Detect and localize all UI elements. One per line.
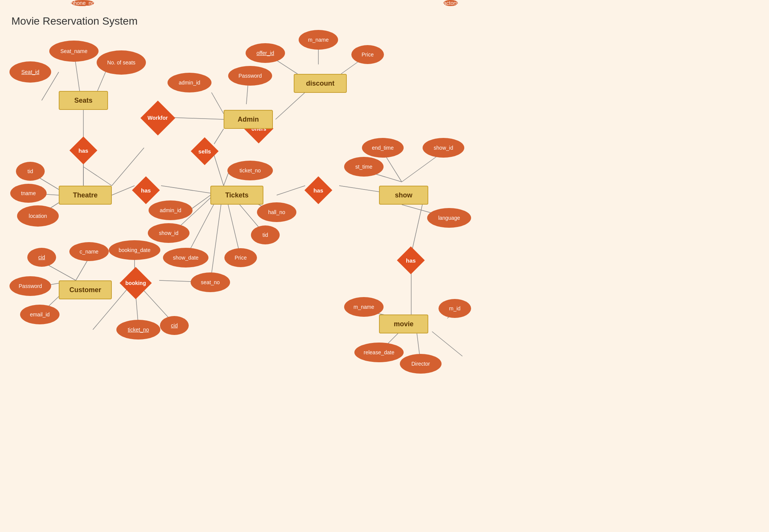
attr-m-name1: m_name [299, 30, 338, 50]
attr-director: Director [400, 354, 442, 374]
attr-cid1: cid [27, 248, 56, 267]
svg-line-11 [211, 92, 224, 114]
attr-booking-date: booking_date [109, 240, 160, 260]
svg-line-22 [83, 167, 112, 186]
attr-password1: Password [228, 66, 272, 86]
relation-has2: has [132, 176, 160, 204]
attr-admin-id1: admin_id [168, 73, 211, 92]
svg-line-31 [277, 186, 305, 195]
attr-tid: tid [16, 162, 45, 181]
entity-movie: movie [379, 315, 428, 333]
attr-admin-id2: admin_id [149, 200, 193, 220]
attr-c-name: c_name [69, 242, 109, 261]
attr-show-id2: show_id [423, 138, 464, 158]
svg-line-45 [76, 258, 89, 280]
attr-location: location [17, 205, 59, 227]
relation-has3: has [304, 176, 332, 204]
entity-theatre: Theatre [59, 186, 112, 205]
entity-seats: Seats [59, 91, 108, 110]
attr-email-id: email_id [20, 305, 60, 324]
attr-m-name2: m_name [344, 297, 384, 317]
relation-has4: has [397, 246, 425, 274]
entity-admin: Admin [224, 110, 273, 129]
attr-m-id: m_id [439, 299, 471, 318]
entity-tickets: Tickets [210, 186, 263, 205]
attr-cid2: cid [160, 316, 189, 335]
attr-hall-no: hall_no [257, 202, 296, 222]
relation-has1: has [69, 136, 97, 164]
svg-line-10 [171, 117, 224, 119]
attr-ticket-no2: ticket_no [116, 320, 160, 340]
entity-discount: discount [294, 74, 347, 93]
entity-customer: Customer [59, 280, 112, 299]
attr-ticket-no1: ticket_no [227, 161, 273, 180]
attr-show-id1: show_id [148, 223, 190, 243]
diagram-lines [0, 0, 769, 532]
attr-price1: Price [224, 248, 257, 267]
attr-seat-name: Seat_name [49, 41, 99, 62]
relation-sells: sells [191, 137, 219, 165]
attr-st-time: st_time [344, 157, 384, 177]
attr-language: language [427, 208, 471, 228]
relation-workfor: Workfor [139, 104, 177, 132]
attr-actors: actors [443, 0, 458, 6]
attr-seat-no: seat_no [191, 272, 230, 292]
attr-no-seats: No. of seats [97, 50, 146, 75]
attr-end-time: end_time [362, 138, 404, 158]
attr-show-date: show_date [163, 248, 208, 268]
attr-password2: Password [9, 276, 51, 296]
attr-tname: tname [10, 184, 47, 203]
entity-show: show [379, 186, 428, 205]
attr-price2: Price [351, 45, 384, 64]
svg-line-8 [112, 186, 135, 195]
attr-seat-id: Seat_id [9, 61, 51, 83]
attr-release-date: release_date [354, 343, 404, 362]
attr-tid2: tid [251, 225, 280, 244]
attr-phone-no: phone_no [71, 0, 94, 6]
attr-offer-id: offer_id [246, 43, 285, 63]
svg-line-43 [432, 332, 462, 356]
relation-booking: booking [120, 269, 152, 297]
